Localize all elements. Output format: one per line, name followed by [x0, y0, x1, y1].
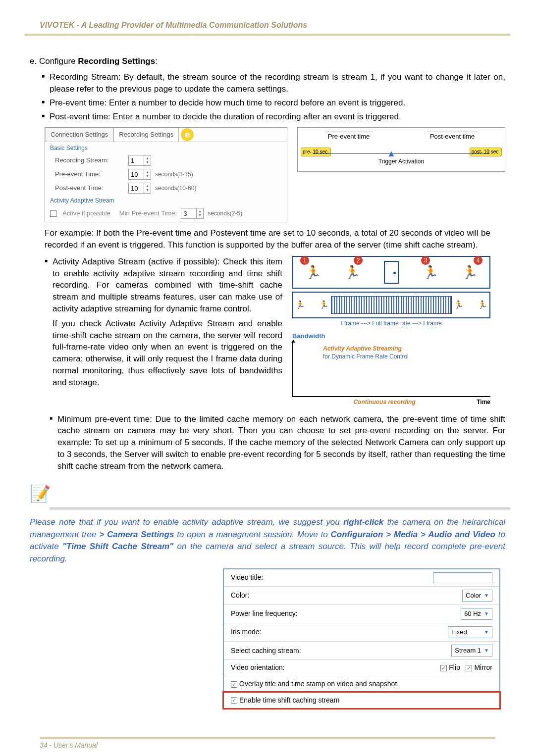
mirror-label: Mirror — [474, 663, 492, 671]
diagram-legend: I frame ---> Full frame rate ---> I fram… — [292, 319, 490, 328]
min-pre-event-label: Min Pre-event Time: — [119, 209, 177, 218]
orientation-label: Video orientation: — [231, 663, 285, 673]
note-bold: > Camera Settings — [99, 530, 174, 539]
min-pre-event-input[interactable] — [181, 208, 196, 218]
timeline-diagram: Pre-event time Post-event time pre- 10 s… — [297, 127, 505, 172]
note-bold: right-click — [343, 517, 383, 527]
note-bold: Configuraion > Media > Audio and Video — [331, 530, 495, 539]
page-footer: 34 - User's Manual — [40, 741, 98, 749]
badge-e: e — [181, 128, 194, 141]
tab-connection-settings[interactable]: Connection Settings — [45, 128, 113, 141]
chevron-down-icon: ▼ — [484, 592, 489, 599]
section-bold: Recording Settings — [78, 56, 155, 66]
bandwidth-label: Bandwidth — [292, 332, 490, 341]
spinner-down-icon[interactable]: ▼ — [144, 188, 151, 192]
pre-event-hint: seconds(3-15) — [155, 170, 193, 179]
time-axis-label: Time — [477, 398, 490, 406]
note-span: Please note that if you want to enable a… — [30, 517, 343, 527]
recording-stream-spinner[interactable]: ▲▼ — [128, 155, 151, 166]
color-value: Color — [466, 591, 481, 600]
pre-event-input[interactable] — [129, 169, 144, 179]
plf-select[interactable]: 60 Hz▼ — [461, 608, 492, 620]
note-span: to open a managment session. Move to — [174, 530, 330, 539]
pre-event-spinner[interactable]: ▲▼ — [128, 169, 151, 180]
video-title-input[interactable] — [433, 572, 492, 583]
recording-stream-label: Recording Stream: — [55, 156, 124, 165]
plf-label: Power line frequency: — [231, 609, 298, 619]
top-bullets: Recording Stream: By default, the stream… — [42, 71, 505, 122]
timeline-line — [313, 153, 490, 154]
example-paragraph: For example: If both the Pre-event time … — [45, 227, 490, 251]
graph-text-aas: Activity Adaptive Streaming — [323, 345, 402, 353]
chevron-down-icon: ▼ — [484, 647, 489, 654]
recording-stream-input[interactable] — [129, 155, 144, 165]
flip-checkbox[interactable] — [440, 665, 447, 671]
flip-label: Flip — [449, 663, 460, 671]
spinner-down-icon[interactable]: ▼ — [144, 174, 151, 178]
fieldset-aas: Activity Adaptive Stream — [50, 197, 287, 205]
bullet-pre-event: Pre-event time: Enter a number to decide… — [42, 97, 505, 109]
spinner-down-icon[interactable]: ▼ — [144, 160, 151, 164]
pre-event-time-label: Pre-event time — [325, 132, 373, 141]
spinner-up-icon[interactable]: ▲ — [144, 156, 151, 160]
enable-tscs-label: Enable time shift caching stream — [239, 696, 339, 704]
scs-value: Stream 1 — [455, 646, 481, 655]
scs-select[interactable]: Stream 1▼ — [451, 645, 492, 656]
note-bold: "Time Shift Cache Stream" — [62, 542, 173, 551]
spinner-up-icon[interactable]: ▲ — [197, 209, 203, 213]
color-label: Color: — [231, 591, 249, 601]
active-if-possible-label: Active if possible — [62, 209, 110, 218]
min-pre-event-spinner[interactable]: ▲▼ — [181, 208, 204, 219]
post-event-time-label: Post-event time — [427, 132, 478, 141]
graph-text-dfrc: for Dynamic Frame Rate Control — [323, 353, 409, 361]
camera-settings-panel: Video title: Color: Color▼ Power line fr… — [223, 568, 500, 709]
tab-recording-settings[interactable]: Recording Settings — [113, 128, 179, 141]
iris-label: Iris mode: — [231, 627, 261, 637]
fieldset-basic: Basic Settings — [50, 144, 287, 152]
overlay-checkbox[interactable] — [231, 681, 237, 688]
mirror-checkbox[interactable] — [466, 665, 472, 671]
pill-post: post- 10 sec. — [470, 148, 502, 156]
min-pre-event-bullet: Minimum pre-event time: Due to the limit… — [50, 413, 505, 472]
chevron-down-icon: ▼ — [484, 610, 489, 617]
pre-event-label: Pre-event Time: — [55, 170, 124, 179]
color-select[interactable]: Color▼ — [462, 590, 492, 602]
note-icon: 📝 — [30, 482, 510, 506]
trigger-activation-label: Trigger Activation — [298, 157, 505, 166]
aas-bullet: Activity Adaptive Stream (active if poss… — [45, 256, 485, 315]
enable-tscs-checkbox[interactable] — [231, 697, 237, 704]
spinner-up-icon[interactable]: ▲ — [144, 184, 151, 188]
page-header: VIVOTEK - A Leading Provider of Multimed… — [25, 20, 510, 36]
section-title: e. Configure Recording Settings: — [30, 55, 510, 67]
post-event-input[interactable] — [129, 183, 144, 193]
plf-value: 60 Hz — [464, 609, 481, 618]
iris-select[interactable]: Fixed▼ — [448, 626, 492, 638]
min-pre-event-hint: seconds(2-5) — [208, 209, 242, 218]
post-event-hint: seconds(10-60) — [155, 184, 196, 193]
spinner-up-icon[interactable]: ▲ — [144, 170, 151, 174]
note-rule — [50, 507, 510, 510]
post-event-label: Post-event Time: — [55, 184, 124, 193]
video-title-label: Video title: — [231, 573, 263, 583]
recording-settings-panel: Connection Settings Recording Settings e… — [45, 127, 287, 222]
footer-rule — [40, 737, 495, 739]
section-suffix: : — [155, 56, 158, 66]
iris-value: Fixed — [451, 628, 467, 637]
section-prefix: e. Configure — [30, 56, 78, 66]
spinner-down-icon[interactable]: ▼ — [197, 213, 203, 217]
pill-pre: pre- 10 sec. — [301, 148, 331, 156]
post-event-spinner[interactable]: ▲▼ — [128, 183, 151, 194]
continuous-recording-label: Continuous recording — [353, 398, 415, 406]
bullet-post-event: Post-event time: Enter a number to decid… — [42, 111, 505, 123]
bandwidth-graph: Activity Adaptive Streaming for Dynamic … — [292, 343, 490, 397]
bullet-recording-stream: Recording Stream: By default, the stream… — [42, 71, 505, 95]
scs-label: Select caching stream: — [231, 646, 301, 656]
overlay-label: Overlay title and time stamp on video an… — [239, 680, 399, 688]
active-if-possible-checkbox[interactable] — [50, 210, 56, 217]
note-paragraph: Please note that if you want to enable a… — [30, 516, 505, 565]
chevron-down-icon: ▼ — [484, 629, 489, 636]
